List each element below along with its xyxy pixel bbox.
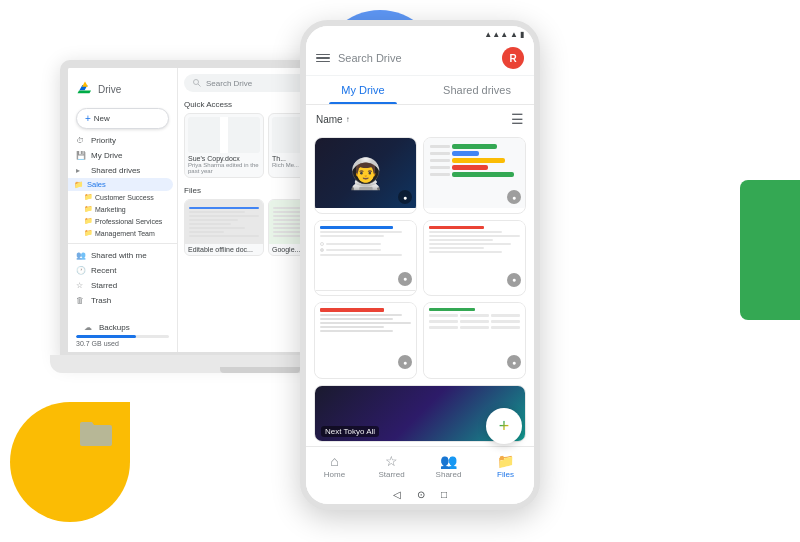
sidebar-subfolder-proservices[interactable]: 📁 Professional Services (68, 215, 177, 227)
phone-home-bar: ◁ ⊙ □ (306, 483, 534, 504)
phone-file-card-task[interactable]: ● W Task details ⋮ (314, 220, 417, 297)
gantt-more-button[interactable]: ⋮ (507, 212, 519, 214)
sidebar-item-starred[interactable]: ☆ Starred (68, 278, 177, 293)
phone-user-avatar[interactable]: R (502, 47, 524, 69)
wl-row-1 (429, 314, 520, 317)
mydoc-avatar: ● (398, 355, 412, 369)
major-preview: ● (424, 221, 525, 291)
gantt-avatar-icon: ● (512, 194, 516, 201)
phone-screen: ▲▲▲ ▲ ▮ Search Drive R (306, 26, 534, 504)
sidebar-item-trash[interactable]: 🗑 Trash (68, 293, 177, 308)
bottom-nav-files[interactable]: 📁 Files (477, 453, 534, 479)
trash-label: Trash (91, 296, 111, 305)
mydoc-more-button[interactable]: ⋮ (398, 377, 410, 379)
phone-body: ▲▲▲ ▲ ▮ Search Drive R (300, 20, 540, 510)
mydrive-icon: 💾 (76, 151, 86, 160)
mydoc-info: P My Document (321, 378, 398, 379)
tab-mydrive[interactable]: My Drive (306, 76, 420, 104)
astronaut-more-button[interactable]: ⋮ (398, 212, 410, 214)
task-info: W Task details (321, 296, 398, 297)
sidebar-item-shareddrives[interactable]: ▸ Shared drives (68, 163, 177, 178)
gantt-bar-5 (452, 172, 514, 177)
sidebar-subfolder-marketing[interactable]: 📁 Marketing (68, 203, 177, 215)
recent-icon: 🕐 (76, 266, 86, 275)
view-toggle-button[interactable]: ☰ (511, 111, 524, 127)
bottom-nav-shared[interactable]: 👥 Shared (420, 453, 477, 479)
hamburger-line-2 (316, 57, 330, 59)
folder-cs-label: Customer Success (95, 194, 154, 201)
folder-ps-icon: 📁 (84, 217, 92, 225)
storage-used-text: 30.7 GB used (76, 340, 169, 347)
gantt-label-3 (430, 159, 450, 162)
sidebar-item-recent[interactable]: 🕐 Recent (68, 263, 177, 278)
task-preview: ● (315, 221, 416, 291)
sidebar-item-priority[interactable]: ⏱ Priority (68, 133, 177, 148)
sort-control[interactable]: Name ↑ (316, 114, 350, 125)
starred-icon: ☆ (76, 281, 86, 290)
phone-file-card-mydoc[interactable]: ● P My Document ⋮ (314, 302, 417, 379)
drive-logo-icon (76, 80, 94, 98)
gantt-bar-1 (452, 144, 497, 149)
sharedwithme-icon: 👥 (76, 251, 86, 260)
sidebar-item-sharedwithme[interactable]: 👥 Shared with me (68, 248, 177, 263)
tab-mydrive-label: My Drive (341, 84, 384, 96)
mydoc-line-2 (320, 318, 393, 320)
fab-button[interactable]: + (486, 408, 522, 444)
folder-sales-label: Sales (87, 180, 106, 189)
bottom-nav-home[interactable]: ⌂ Home (306, 453, 363, 479)
gantt-label-2 (430, 152, 450, 155)
tab-shareddrives[interactable]: Shared drives (420, 76, 534, 104)
sidebar-subfolder-customersuccess[interactable]: 📁 Customer Success (68, 191, 177, 203)
phone-file-card-major[interactable]: ● P Major opportu... ⋮ (423, 220, 526, 297)
phone-file-card-gantt[interactable]: ● S Gantt chart ⋮ (423, 137, 526, 214)
new-button[interactable]: + New (76, 108, 169, 129)
recents-button[interactable]: □ (441, 489, 447, 500)
sort-arrow-icon: ↑ (346, 115, 350, 124)
task-more-button[interactable]: ⋮ (398, 295, 410, 297)
worklist-footer: S Work List_01 ⋮ (424, 373, 525, 379)
grid-file-editable[interactable]: Editable offline doc... (184, 199, 264, 256)
sidebar-subfolder-mgmtteam[interactable]: 📁 Management Team (68, 227, 177, 239)
gantt-bar-2 (452, 151, 479, 156)
qa-file-sue[interactable]: Sue's Copy.docx Priya Sharma edited in t… (184, 113, 264, 178)
phone-search-placeholder: Search Drive (338, 52, 402, 64)
new-label: New (94, 114, 110, 123)
folder-mt-icon: 📁 (84, 229, 92, 237)
gantt-label-5 (430, 173, 450, 176)
sidebar-item-mydrive[interactable]: 💾 My Drive (68, 148, 177, 163)
back-button[interactable]: ◁ (393, 489, 401, 500)
laptop-folder-decoration (80, 420, 112, 450)
wl-cell-4 (429, 320, 458, 323)
fab-plus-icon: + (499, 416, 510, 437)
gantt-info: S Gantt chart (430, 213, 507, 214)
major-header-line (429, 226, 484, 229)
wl-header-line (429, 308, 475, 311)
worklist-info: S Work List_01 (430, 378, 507, 379)
phone-search-bar[interactable]: Search Drive (338, 52, 502, 64)
worklist-more-button[interactable]: ⋮ (507, 377, 519, 379)
major-line-4 (429, 243, 511, 245)
phone-files-header: Name ↑ ☰ (306, 105, 534, 133)
sidebar-item-backups[interactable]: ☁ Backups (76, 320, 169, 335)
phone-status-bar: ▲▲▲ ▲ ▮ (306, 26, 534, 41)
hamburger-menu-button[interactable] (316, 54, 330, 63)
file-status-icon: ● (403, 194, 407, 201)
bottom-nav-starred[interactable]: ☆ Starred (363, 453, 420, 479)
files-nav-label: Files (497, 470, 514, 479)
phone-file-card-astronaut[interactable]: 👨‍🚀 ● J astronaut.jpg ⋮ (314, 137, 417, 214)
gantt-bar-4 (452, 165, 488, 170)
mydoc-preview: ● (315, 303, 416, 373)
home-button[interactable]: ⊙ (417, 489, 425, 500)
gantt-footer: S Gantt chart ⋮ (424, 208, 525, 214)
sidebar-folder-sales[interactable]: 📁 Sales (68, 178, 173, 191)
task-check-1 (320, 242, 324, 246)
svg-line-1 (198, 84, 201, 87)
phone-device: ▲▲▲ ▲ ▮ Search Drive R (300, 20, 540, 520)
avatar-initial: R (509, 53, 516, 64)
pdf-type-icon: P (430, 296, 442, 297)
major-more-button[interactable]: ⋮ (507, 295, 519, 297)
gantt-row-3 (430, 158, 519, 163)
phone-bottom-nav: ⌂ Home ☆ Starred 👥 Shared 📁 Files (306, 446, 534, 483)
task-line-1 (320, 231, 402, 233)
phone-file-card-worklist[interactable]: ● S Work List_01 ⋮ (423, 302, 526, 379)
